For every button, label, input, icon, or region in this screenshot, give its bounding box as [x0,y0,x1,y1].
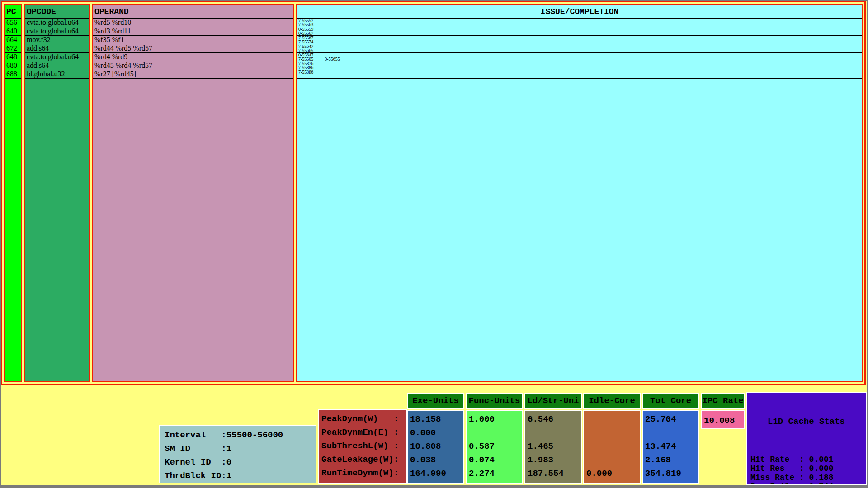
pc-cell: 664 [5,36,21,44]
window-bottom-edge [1,485,867,487]
pc-cell: 656 [5,19,21,27]
stat-column-header: Ld/Str-Uni [524,393,582,409]
pc-column: PC 656640664672648680688 [4,4,22,382]
opcode-cell: cvta.to.global.u64 [25,19,89,27]
operand-cell: %rd45 %rd4 %rd57 [93,61,293,70]
operand-cell: %f35 %f1 [93,36,293,44]
issue-time: 7-55876 [298,61,862,66]
issue-completion-cell: 7-55886 [297,70,862,79]
opcode-cell: cvta.to.global.u64 [25,27,89,36]
issue-time: 0-55559 [298,27,862,31]
pc-cell: 640 [5,27,21,36]
stat-column-values: 0.000 [583,410,641,484]
operand-column-header: OPERAND [93,5,293,19]
stat-column-values: 6.546 1.465 1.983 187.554 [524,410,582,484]
completion-time: 7-55505 0-55655 [298,57,862,61]
ipc-rate-header: IPC Rate [701,393,745,409]
completion-time: 0-55567 [298,31,862,35]
issue-completion-cell: 0-555590-55567 [297,27,862,36]
stat-column-values: 1.000 0.587 0.074 2.274 [466,410,523,484]
issue-time: 7-55886 [298,70,862,74]
stat-column-values: 18.158 0.000 10.808 0.038 164.990 [407,410,464,484]
ipc-rate-value: 10.008 [701,410,745,429]
issue-time: 7-55647 [298,44,862,48]
operand-cell: %rd3 %rd11 [93,27,293,36]
aerialvision-window: PC 656640664672648680688 OPCODE cvta.to.… [0,0,868,488]
stat-column-values: 25.704 13.474 2.168 354.819 [642,410,699,484]
issue-completion-cell: 7-555577-55563 [297,19,862,27]
power-metric-labels-panel: PeakDynm(W) : PeakDynmEn(E) : SubThreshL… [318,409,407,484]
issue-completion-column-header: ISSUE/COMPLETION [297,5,862,19]
operand-cell: %rd4 %rd9 [93,53,293,61]
stat-column-header: Idle-Core [583,393,641,409]
interval-info-panel: Interval :55500-56000 SM ID :1 Kernel ID… [159,425,316,483]
operand-cell: %r27 [%rd45] [93,70,293,79]
pc-cell: 672 [5,44,21,53]
operand-column: OPERAND %rd5 %rd10%rd3 %rd11%f35 %f1%rd4… [92,4,294,382]
pc-cell: 648 [5,53,21,61]
instruction-table: PC 656640664672648680688 OPCODE cvta.to.… [1,1,866,385]
pc-column-header: PC [5,5,21,19]
operand-cell: %rd5 %rd10 [93,19,293,27]
issue-completion-cell: 7-556477-55665 [297,44,862,53]
operand-rows: %rd5 %rd10%rd3 %rd11%f35 %f1%rd44 %rd5 %… [93,19,293,79]
completion-time: 7-55563 [298,23,862,27]
completion-time: 7-55665 [298,48,862,52]
opcode-cell: add.s64 [25,61,89,70]
issue-completion-rows: 7-555577-555630-555590-555677-555677-555… [297,19,862,79]
l1d-cache-stats-panel: L1D Cache Stats Hit Rate : 0.001 Hit Res… [746,392,867,485]
completion-time: 7-55886 [298,66,862,70]
opcode-column: OPCODE cvta.to.global.u64cvta.to.global.… [24,4,90,382]
issue-completion-cell: 0-556477-55505 0-55655 [297,53,862,61]
issue-time: 7-55567 [298,36,862,40]
opcode-cell: cvta.to.global.u64 [25,53,89,61]
completion-time [298,74,862,78]
pc-rows: 656640664672648680688 [5,19,21,79]
pc-cell: 688 [5,70,21,79]
issue-completion-cell: 7-555677-55574 [297,36,862,44]
stat-column-header: Tot Core [642,393,699,409]
stat-column-header: Exe-Units [407,393,464,409]
opcode-cell: ld.global.u32 [25,70,89,79]
pc-cell: 680 [5,61,21,70]
opcode-cell: mov.f32 [25,36,89,44]
stat-column-header: Func-Units [466,393,523,409]
issue-completion-column: ISSUE/COMPLETION 7-555577-555630-555590-… [296,4,863,382]
issue-completion-cell: 7-558767-55886 [297,61,862,70]
l1d-cache-stats-lines: Hit Rate : 0.001 Hit Res : 0.000 Miss Ra… [747,455,866,485]
issue-time: 7-55557 [298,19,862,23]
operand-cell: %rd44 %rd5 %rd57 [93,44,293,53]
opcode-cell: add.s64 [25,44,89,53]
l1d-cache-stats-title: L1D Cache Stats [747,413,866,429]
opcode-rows: cvta.to.global.u64cvta.to.global.u64mov.… [25,19,89,79]
opcode-column-header: OPCODE [25,5,89,19]
completion-time: 7-55574 [298,40,862,44]
issue-time: 0-55647 [298,53,862,57]
